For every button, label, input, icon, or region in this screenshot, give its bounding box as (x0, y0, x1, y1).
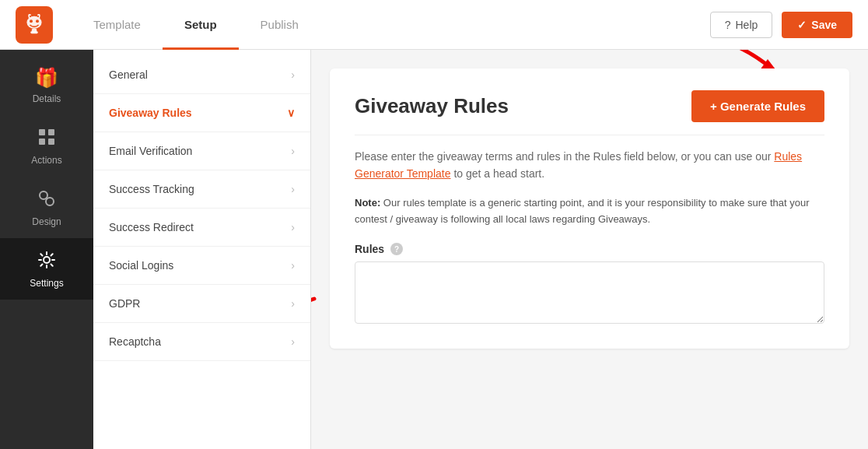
svg-rect-7 (39, 139, 45, 145)
main-layout: 🎁 Details Actions De (0, 50, 868, 449)
chevron-right-icon: › (291, 183, 295, 195)
help-button[interactable]: ? Help (710, 12, 773, 38)
menu-item-label: Giveaway Rules (109, 107, 192, 119)
menu-item-success-tracking[interactable]: Success Tracking › (93, 170, 310, 209)
svg-point-12 (44, 257, 50, 263)
rules-textarea[interactable] (355, 261, 824, 324)
save-button[interactable]: ✓ Save (782, 12, 852, 38)
nav-actions: ? Help ✓ Save (710, 12, 852, 38)
help-label: Help (736, 19, 758, 31)
tab-publish[interactable]: Publish (239, 0, 320, 50)
svg-rect-8 (48, 139, 54, 145)
menu-item-label: Success Redirect (109, 221, 194, 233)
svg-rect-4 (30, 31, 38, 33)
card-description: Please enter the giveaway terms and rule… (355, 148, 824, 183)
content-area: Giveaway Rules + Generate Rules Please e… (311, 50, 868, 449)
sidebar-item-actions[interactable]: Actions (0, 115, 93, 177)
sidebar-item-details[interactable]: 🎁 Details (0, 56, 93, 115)
menu-item-success-redirect[interactable]: Success Redirect › (93, 209, 310, 247)
menu-item-recaptcha[interactable]: Recaptcha › (93, 323, 310, 361)
sidebar-item-label: Design (32, 216, 61, 227)
description-text: Please enter the giveaway terms and rule… (355, 150, 771, 163)
top-nav: Template Setup Publish ? Help ✓ Save (0, 0, 868, 50)
menu-item-giveaway-rules[interactable]: Giveaway Rules ∨ (93, 94, 310, 132)
checkmark-icon: ✓ (797, 19, 807, 31)
nav-tabs: Template Setup Publish (72, 0, 710, 50)
sidebar-item-label: Actions (31, 155, 61, 166)
card-header: Giveaway Rules + Generate Rules (355, 90, 824, 135)
help-icon: ? (725, 19, 731, 31)
actions-icon (36, 126, 58, 150)
card-wrapper: Giveaway Rules + Generate Rules Please e… (330, 68, 849, 349)
chevron-right-icon: › (291, 335, 295, 348)
sidebar-item-design[interactable]: Design (0, 177, 93, 238)
middle-menu: General › Giveaway Rules ∨ Email Verific… (93, 50, 311, 449)
content-card: Giveaway Rules + Generate Rules Please e… (330, 68, 849, 349)
card-title: Giveaway Rules (355, 94, 509, 118)
chevron-right-icon: › (291, 221, 295, 233)
tab-template[interactable]: Template (72, 0, 163, 50)
svg-line-11 (46, 198, 47, 199)
menu-item-general[interactable]: General › (93, 56, 310, 94)
menu-item-gdpr[interactable]: GDPR › (93, 285, 310, 323)
sidebar-item-label: Settings (30, 278, 63, 289)
chevron-right-icon: › (291, 145, 295, 157)
menu-item-label: GDPR (109, 297, 140, 310)
card-note: Note: Our rules template is a generic st… (355, 195, 824, 228)
chevron-right-icon: › (291, 297, 295, 310)
sidebar-item-settings[interactable]: Settings (0, 238, 93, 300)
menu-item-social-logins[interactable]: Social Logins › (93, 247, 310, 285)
chevron-down-icon: ∨ (287, 107, 295, 119)
tab-setup[interactable]: Setup (163, 0, 239, 50)
svg-rect-6 (48, 129, 54, 135)
rules-label: Rules ? (355, 243, 824, 255)
gift-icon: 🎁 (35, 67, 58, 89)
svg-rect-5 (39, 129, 45, 135)
design-icon (36, 188, 58, 212)
menu-item-label: Success Tracking (109, 183, 194, 195)
arrow-annotation-bottom (311, 283, 330, 364)
logo (16, 6, 53, 44)
menu-item-email-verification[interactable]: Email Verification › (93, 132, 310, 170)
menu-item-label: Recaptcha (109, 335, 161, 348)
note-label: Note: (355, 197, 380, 209)
sidebar: 🎁 Details Actions De (0, 50, 93, 449)
svg-point-1 (30, 19, 33, 23)
rules-label-text: Rules (355, 243, 384, 255)
rules-help-icon[interactable]: ? (390, 243, 403, 255)
generate-rules-button[interactable]: + Generate Rules (691, 90, 824, 122)
sidebar-item-label: Details (33, 93, 61, 104)
menu-item-label: General (109, 68, 148, 81)
description-end: to get a head start. (453, 167, 544, 180)
svg-point-2 (36, 19, 39, 23)
save-label: Save (811, 19, 837, 31)
menu-item-label: Social Logins (109, 259, 173, 272)
note-text: Our rules template is a generic starting… (355, 197, 810, 225)
chevron-right-icon: › (291, 68, 295, 81)
menu-item-label: Email Verification (109, 145, 192, 157)
settings-icon (36, 249, 58, 273)
chevron-right-icon: › (291, 259, 295, 272)
